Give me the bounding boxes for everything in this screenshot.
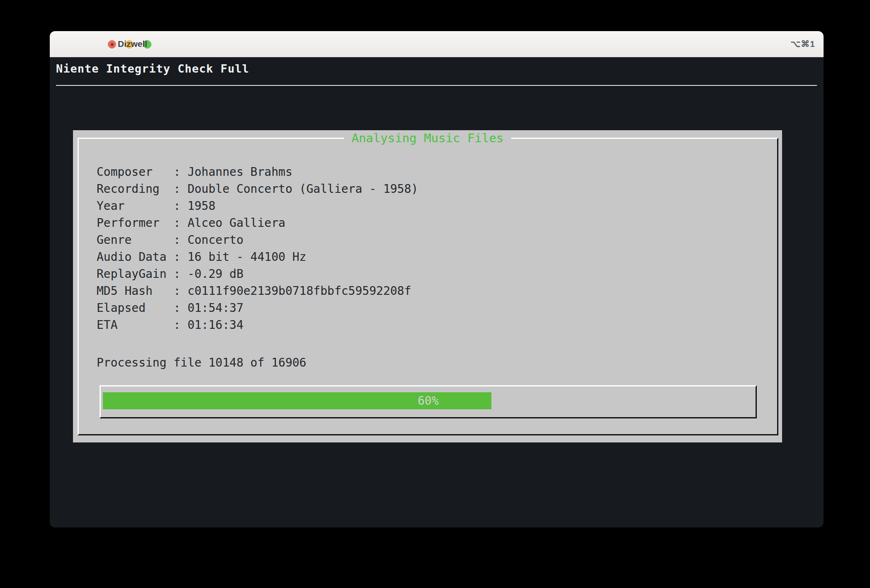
field-label: ETA	[97, 316, 173, 333]
field-label: Recording	[97, 180, 173, 197]
field-label: MD5 Hash	[97, 282, 173, 299]
progress-percent-label: 60%	[101, 392, 756, 409]
field-separator: :	[173, 267, 187, 281]
field-row: ReplayGain: -0.29 dB	[97, 265, 418, 282]
field-value: Double Concerto (Galliera - 1958)	[187, 182, 418, 196]
field-value: 01:54:37	[187, 301, 243, 315]
field-label: ReplayGain	[97, 265, 173, 282]
field-label: Year	[97, 197, 173, 214]
field-row: MD5 Hash: c0111f90e2139b0718fbbfc5959220…	[97, 282, 418, 299]
analysis-dialog: Analysing Music Files Composer: Johannes…	[73, 130, 782, 442]
terminal-window: Dizwell ⌥⌘1 Niente Integrity Check Full …	[50, 31, 824, 527]
field-separator: :	[173, 284, 187, 298]
field-row: Performer: Alceo Galliera	[97, 214, 418, 231]
close-button[interactable]	[108, 40, 116, 49]
tab-shortcut-hint: ⌥⌘1	[790, 31, 815, 57]
field-separator: :	[173, 165, 187, 179]
progress-bar: 60%	[100, 385, 757, 418]
field-value: 1958	[187, 199, 215, 213]
window-titlebar[interactable]: Dizwell ⌥⌘1	[50, 31, 824, 57]
metadata-fields: Composer: Johannes Brahms Recording: Dou…	[97, 163, 418, 333]
field-separator: :	[173, 216, 187, 230]
field-label: Composer	[97, 163, 173, 180]
field-row: Composer: Johannes Brahms	[97, 163, 418, 180]
field-value: Concerto	[187, 233, 243, 247]
field-separator: :	[173, 250, 187, 264]
field-value: Johannes Brahms	[187, 165, 292, 179]
field-row: ETA: 01:16:34	[97, 316, 418, 333]
field-separator: :	[173, 318, 187, 332]
field-value: Alceo Galliera	[187, 216, 285, 230]
header-rule	[56, 85, 817, 86]
field-value: c0111f90e2139b0718fbbfc59592208f	[187, 284, 411, 298]
terminal-screen[interactable]: Niente Integrity Check Full Analysing Mu…	[50, 57, 824, 527]
field-separator: :	[173, 182, 187, 196]
field-row: Audio Data: 16 bit - 44100 Hz	[97, 248, 418, 265]
field-label: Performer	[97, 214, 173, 231]
field-value: -0.29 dB	[187, 267, 243, 281]
field-value: 01:16:34	[187, 318, 243, 332]
field-label: Genre	[97, 231, 173, 248]
window-title: Dizwell	[118, 31, 147, 57]
program-title: Niente Integrity Check Full	[56, 62, 249, 75]
field-separator: :	[173, 301, 187, 315]
field-row: Elapsed: 01:54:37	[97, 299, 418, 316]
field-label: Audio Data	[97, 248, 173, 265]
dialog-title: Analysing Music Files	[344, 131, 511, 145]
field-value: 16 bit - 44100 Hz	[187, 250, 306, 264]
field-separator: :	[173, 199, 187, 213]
field-row: Genre: Concerto	[97, 231, 418, 248]
field-row: Year: 1958	[97, 197, 418, 214]
field-row: Recording: Double Concerto (Galliera - 1…	[97, 180, 418, 197]
field-separator: :	[173, 233, 187, 247]
processing-status: Processing file 10148 of 16906	[97, 354, 306, 371]
field-label: Elapsed	[97, 299, 173, 316]
